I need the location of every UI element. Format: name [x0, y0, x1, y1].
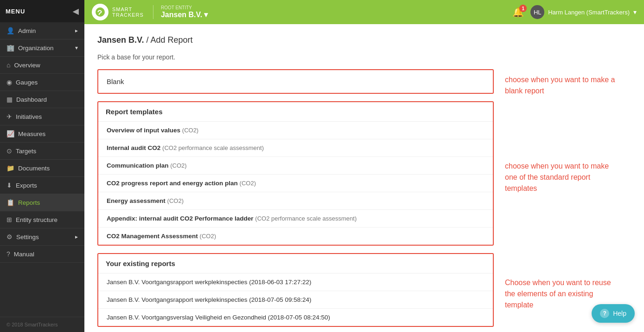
- topbar-user[interactable]: HL Harm Langen (SmartTrackers) ▾: [530, 5, 637, 19]
- exports-icon: ⬇: [6, 182, 12, 189]
- sidebar-item-label-reports: Reports: [18, 199, 40, 206]
- sidebar-item-label-overview: Overview: [14, 62, 40, 69]
- reports-icon: 📋: [6, 199, 14, 206]
- sidebar-item-label-manual: Manual: [14, 251, 34, 258]
- sidebar-item-label-gauges: Gauges: [16, 79, 38, 86]
- sidebar-item-label-exports: Exports: [16, 182, 37, 189]
- sidebar-item-dashboard[interactable]: ▦ Dashboard: [0, 91, 84, 108]
- topbar: SMART TRACKERS Root entity Jansen B.V. ▾…: [84, 0, 644, 24]
- sidebar-item-label-admin: Admin: [18, 27, 36, 34]
- breadcrumb-entity: Jansen B.V.: [97, 35, 144, 45]
- sidebar-item-gauges[interactable]: ◉ Gauges: [0, 74, 84, 91]
- topbar-entity: Root entity Jansen B.V. ▾: [153, 5, 208, 19]
- breadcrumb-page: Add Report: [150, 35, 192, 45]
- template-item-0[interactable]: Overview of input values (CO2): [98, 122, 493, 139]
- template-item-1[interactable]: Internal audit CO2 (CO2 performance scal…: [98, 139, 493, 157]
- org-arrow: ▾: [75, 45, 78, 51]
- existing-row: Your existing reports Jansen B.V. Voortg…: [97, 253, 631, 332]
- help-label: Help: [613, 310, 626, 317]
- template-item-5[interactable]: Appendix: internal audit CO2 Performance…: [98, 210, 493, 228]
- sidebar-item-exports[interactable]: ⬇ Exports: [0, 177, 84, 194]
- targets-icon: ⊙: [6, 147, 12, 155]
- template-name-1: Internal audit CO2: [107, 144, 160, 151]
- gauges-icon: ◉: [6, 78, 12, 86]
- help-button[interactable]: ? Help: [592, 304, 635, 323]
- blank-label: Blank: [107, 78, 124, 85]
- template-sub-3: (CO2): [240, 180, 256, 187]
- manual-icon: ?: [6, 250, 10, 258]
- template-sub-1: (CO2 performance scale assessment): [162, 144, 264, 151]
- template-item-2[interactable]: Communication plan (CO2): [98, 157, 493, 175]
- template-name-3: CO2 progress report and energy action pl…: [107, 180, 238, 187]
- blank-option[interactable]: Blank: [98, 70, 493, 93]
- template-sub-0: (CO2): [182, 127, 198, 134]
- sidebar-item-manual[interactable]: ? Manual: [0, 246, 84, 263]
- logo-sub: TRACKERS: [112, 12, 144, 18]
- sidebar-item-label-dashboard: Dashboard: [16, 96, 47, 103]
- page-subtitle: Pick a base for your report.: [97, 53, 631, 61]
- template-name-0: Overview of input values: [107, 127, 180, 134]
- existing-name-2: Jansen B.V. Voortgangsverslag Veiligheid…: [107, 314, 330, 321]
- sidebar-item-measures[interactable]: 📈 Measures: [0, 125, 84, 143]
- template-sub-4: (CO2): [167, 197, 184, 204]
- breadcrumb: Jansen B.V. / Add Report: [97, 35, 631, 45]
- bell-badge: 1: [519, 5, 527, 12]
- blank-col-right: choose when you want to make a blank rep…: [494, 69, 631, 101]
- logo-circle: [92, 4, 108, 20]
- template-item-3[interactable]: CO2 progress report and energy action pl…: [98, 175, 493, 192]
- breadcrumb-separator: /: [144, 35, 150, 45]
- avatar-initials: HL: [534, 9, 542, 16]
- admin-arrow: ▸: [75, 27, 78, 34]
- sidebar-item-settings[interactable]: ⚙ Settings ▸: [0, 228, 84, 246]
- sidebar-toggle[interactable]: ◀: [73, 7, 79, 16]
- org-icon: 🏢: [6, 44, 14, 52]
- template-item-6[interactable]: CO2 Management Assessment (CO2): [98, 228, 493, 245]
- templates-header: Report templates: [98, 102, 493, 122]
- entity-label: Root entity: [161, 5, 208, 10]
- footer-text: © 2018 SmartTrackers: [6, 322, 57, 327]
- blank-col-left: Blank: [97, 69, 494, 101]
- existing-item-0[interactable]: Jansen B.V. Voortgangsrapport werkplekin…: [98, 273, 493, 291]
- sidebar-item-label-measures: Measures: [18, 130, 45, 137]
- templates-col-left: Report templates Overview of input value…: [97, 101, 494, 253]
- sidebar-item-admin[interactable]: 👤 Admin ▸: [0, 22, 84, 39]
- topbar-bell[interactable]: 🔔 1: [512, 7, 524, 18]
- overview-icon: ⌂: [6, 61, 10, 69]
- help-icon: ?: [600, 309, 609, 318]
- template-sub-5: (CO2 performance scale assessment): [255, 215, 357, 222]
- template-name-5: Appendix: internal audit CO2 Performance…: [107, 215, 254, 222]
- main-content: Jansen B.V. / Add Report Pick a base for…: [84, 24, 644, 332]
- sidebar-item-label-settings: Settings: [16, 234, 39, 241]
- existing-name-0: Jansen B.V. Voortgangsrapport werkplekin…: [107, 279, 312, 286]
- sidebar-item-initiatives[interactable]: ✈ Initiatives: [0, 108, 84, 125]
- existing-col-left: Your existing reports Jansen B.V. Voortg…: [97, 253, 494, 332]
- templates-hint: choose when you want to make one of the …: [505, 161, 620, 194]
- template-name-4: Energy assessment: [107, 197, 166, 204]
- templates-section-box: Report templates Overview of input value…: [97, 101, 494, 246]
- sidebar: MENU ◀ 👤 Admin ▸ 🏢 Organization ▾ ⌂ Over…: [0, 0, 84, 332]
- settings-icon: ⚙: [6, 233, 13, 241]
- entity-name[interactable]: Jansen B.V. ▾: [161, 10, 208, 19]
- sidebar-item-reports[interactable]: 📋 Reports: [0, 194, 84, 211]
- existing-item-1[interactable]: Jansen B.V. Voortgangsrapport werkplekin…: [98, 291, 493, 309]
- sidebar-item-label-entity: Entity structure: [16, 216, 57, 223]
- entity-icon: ⊞: [6, 216, 12, 223]
- sidebar-item-entity-structure[interactable]: ⊞ Entity structure: [0, 211, 84, 228]
- blank-row: Blank choose when you want to make a bla…: [97, 69, 631, 101]
- sidebar-item-documents[interactable]: 📁 Documents: [0, 160, 84, 177]
- logo-main: SMART: [112, 7, 144, 12]
- sidebar-item-targets[interactable]: ⊙ Targets: [0, 143, 84, 160]
- blank-hint: choose when you want to make a blank rep…: [505, 74, 620, 97]
- main-wrapper: SMART TRACKERS Root entity Jansen B.V. ▾…: [84, 0, 644, 332]
- logo-text: SMART TRACKERS: [112, 7, 144, 18]
- template-sub-6: (CO2): [200, 233, 216, 240]
- logo-svg: [95, 7, 106, 18]
- sidebar-item-label-org: Organization: [18, 45, 54, 52]
- sidebar-item-overview[interactable]: ⌂ Overview: [0, 57, 84, 74]
- dashboard-icon: ▦: [6, 96, 13, 103]
- template-item-4[interactable]: Energy assessment (CO2): [98, 192, 493, 210]
- sidebar-item-organization[interactable]: 🏢 Organization ▾: [0, 39, 84, 57]
- user-dropdown-icon: ▾: [633, 8, 637, 16]
- templates-row: Report templates Overview of input value…: [97, 101, 631, 253]
- existing-item-2[interactable]: Jansen B.V. Voortgangsverslag Veiligheid…: [98, 309, 493, 326]
